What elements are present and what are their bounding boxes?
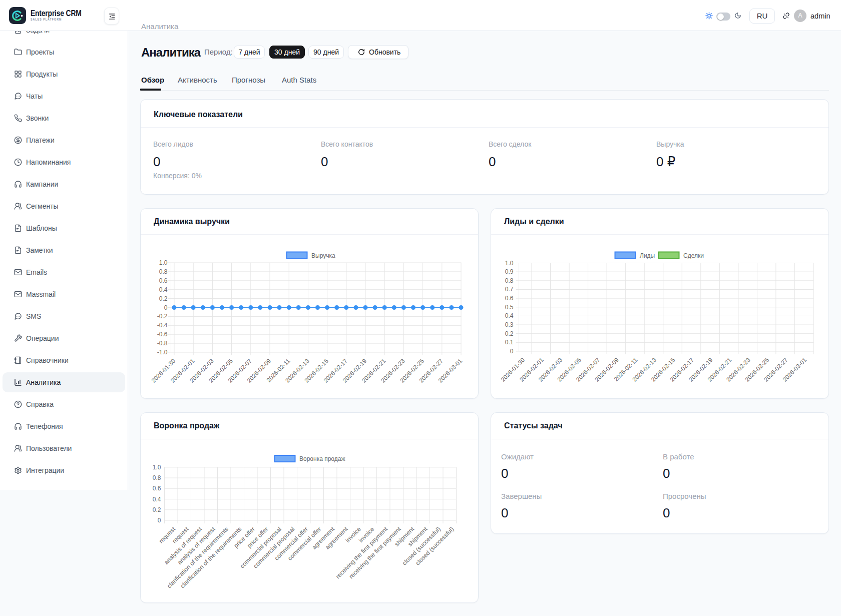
svg-text:0.4: 0.4 xyxy=(159,286,168,293)
svg-text:0.7: 0.7 xyxy=(505,286,514,293)
svg-text:0.8: 0.8 xyxy=(159,268,168,275)
svg-text:-0.2: -0.2 xyxy=(157,313,168,320)
svg-text:0.1: 0.1 xyxy=(505,339,514,346)
svg-text:Лиды: Лиды xyxy=(640,252,655,259)
svg-text:-0.4: -0.4 xyxy=(157,322,168,329)
svg-text:-0.6: -0.6 xyxy=(157,331,168,338)
svg-text:Сделки: Сделки xyxy=(683,252,704,259)
svg-text:0.5: 0.5 xyxy=(505,304,514,311)
svg-text:0: 0 xyxy=(158,517,161,524)
svg-text:1.0: 1.0 xyxy=(153,464,161,471)
svg-text:0.9: 0.9 xyxy=(505,268,514,275)
svg-text:0.6: 0.6 xyxy=(159,277,168,284)
svg-text:Воронка продаж: Воронка продаж xyxy=(299,455,345,462)
svg-text:0.2: 0.2 xyxy=(505,330,514,337)
svg-text:0.4: 0.4 xyxy=(153,496,161,503)
svg-text:0.6: 0.6 xyxy=(505,295,514,302)
svg-text:0.2: 0.2 xyxy=(153,506,161,513)
svg-text:1.0: 1.0 xyxy=(159,259,168,266)
svg-text:0.3: 0.3 xyxy=(505,321,514,328)
svg-text:0.6: 0.6 xyxy=(153,485,161,492)
svg-text:Выручка: Выручка xyxy=(311,252,335,259)
svg-text:0: 0 xyxy=(510,348,514,355)
svg-text:0.4: 0.4 xyxy=(505,312,514,319)
svg-text:0.8: 0.8 xyxy=(505,277,514,284)
svg-text:0: 0 xyxy=(164,304,168,311)
svg-text:1.0: 1.0 xyxy=(505,260,514,267)
svg-text:0.8: 0.8 xyxy=(153,474,161,481)
svg-text:-0.8: -0.8 xyxy=(157,340,168,347)
svg-text:0.2: 0.2 xyxy=(159,295,168,302)
svg-text:-1.0: -1.0 xyxy=(157,349,168,356)
